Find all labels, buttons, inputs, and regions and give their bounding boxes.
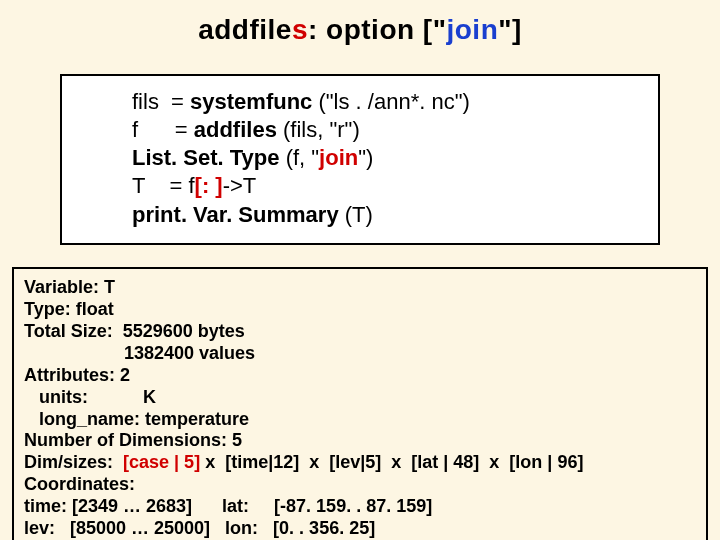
slide: addfiles: option ["join"] fils = systemf… — [0, 0, 720, 540]
slide-title: addfiles: option ["join"] — [0, 0, 720, 56]
code-l3-join: join — [319, 145, 358, 170]
output-box: Variable: T Type: float Total Size: 5529… — [12, 267, 708, 540]
title-red-s: s — [292, 14, 308, 45]
code-line-4: T = f[: ]->T — [132, 172, 644, 200]
out-l9-case5: [case | 5] — [123, 452, 200, 472]
code-line-2: f = addfiles (fils, "r") — [132, 116, 644, 144]
code-l4-brackets: [: ] — [195, 173, 223, 198]
out-line-5: Attributes: 2 — [24, 365, 696, 387]
out-line-9: Dim/sizes: [case | 5] x [time|12] x [lev… — [24, 452, 696, 474]
code-l3-listsettype: List. Set. Type — [132, 145, 286, 170]
code-l4a: T = f — [132, 173, 195, 198]
out-l9a: Dim/sizes: — [24, 452, 123, 472]
out-line-1: Variable: T — [24, 277, 696, 299]
title-text-2: : option [" — [308, 14, 447, 45]
title-text-1: addfile — [198, 14, 292, 45]
out-line-6: units: K — [24, 387, 696, 409]
code-l2a: f = — [132, 117, 194, 142]
code-l1c: ("ls . /ann*. nc") — [318, 89, 469, 114]
code-line-1: fils = systemfunc ("ls . /ann*. nc") — [132, 88, 644, 116]
out-line-4: 1382400 values — [24, 343, 696, 365]
title-join-word: join — [446, 14, 498, 45]
code-l2c: (fils, "r") — [283, 117, 360, 142]
code-l4c: ->T — [223, 173, 257, 198]
code-line-3: List. Set. Type (f, "join") — [132, 144, 644, 172]
out-line-10: Coordinates: — [24, 474, 696, 496]
code-l3b: (f, " — [286, 145, 319, 170]
code-l5b: (T) — [345, 202, 373, 227]
code-l1a: fils = — [132, 89, 190, 114]
out-line-3: Total Size: 5529600 bytes — [24, 321, 696, 343]
code-l2-addfiles: addfiles — [194, 117, 283, 142]
out-line-11: time: [2349 … 2683] lat: [-87. 159. . 87… — [24, 496, 696, 518]
code-l1-systemfunc: systemfunc — [190, 89, 318, 114]
code-line-5: print. Var. Summary (T) — [132, 201, 644, 229]
code-box: fils = systemfunc ("ls . /ann*. nc") f =… — [60, 74, 660, 245]
out-line-12: lev: [85000 … 25000] lon: [0. . 356. 25] — [24, 518, 696, 540]
out-line-7: long_name: temperature — [24, 409, 696, 431]
out-line-2: Type: float — [24, 299, 696, 321]
out-line-8: Number of Dimensions: 5 — [24, 430, 696, 452]
out-l9c: x [time|12] x [lev|5] x [lat | 48] x [lo… — [200, 452, 583, 472]
code-l3d: ") — [358, 145, 373, 170]
title-text-3: "] — [498, 14, 522, 45]
code-l5-printvarsummary: print. Var. Summary — [132, 202, 345, 227]
